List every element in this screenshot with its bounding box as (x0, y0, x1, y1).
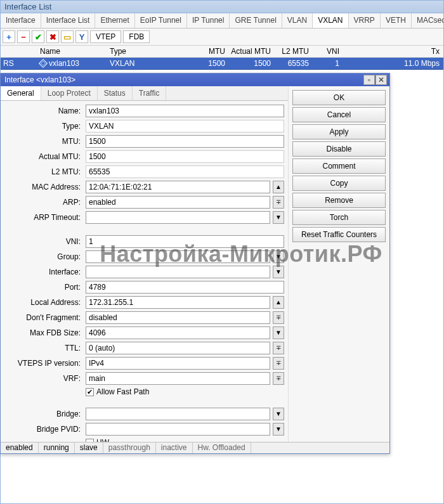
grid-header-vni[interactable]: VNI (311, 46, 342, 57)
tab-macsec[interactable]: MACsec (412, 13, 443, 28)
vni-label: VNI: (4, 237, 83, 246)
disable-icon[interactable]: ✖ (46, 30, 59, 43)
type-label: Type: (4, 122, 83, 131)
reset-traffic-counters-button[interactable]: Reset Traffic Counters (292, 227, 386, 242)
tab-vrrp[interactable]: VRRP (349, 13, 381, 28)
ttl-drop-icon[interactable]: ∓ (273, 342, 284, 354)
status-hw-offloaded: Hw. Offloaded (193, 443, 251, 453)
remove-icon[interactable]: − (17, 30, 30, 43)
afp-label: Allow Fast Path (96, 387, 149, 396)
dialog-tab-loop-protect[interactable]: Loop Protect (41, 86, 98, 100)
tab-interface[interactable]: Interface (1, 13, 41, 28)
disable-button[interactable]: Disable (292, 141, 386, 157)
comment-button[interactable]: Comment (292, 158, 386, 174)
mfdb-input[interactable] (86, 326, 270, 339)
bpvid-input[interactable] (86, 423, 270, 436)
vrf-input[interactable] (86, 372, 270, 385)
bridge-input[interactable] (86, 408, 270, 420)
dialog-tab-general[interactable]: General (1, 86, 41, 100)
close-icon[interactable]: ✕ (375, 75, 387, 85)
ok-button[interactable]: OK (292, 90, 386, 105)
dfrag-input[interactable] (86, 311, 270, 324)
vni-input[interactable] (86, 235, 284, 248)
amtu-input (86, 150, 284, 163)
mac-label: MAC Address: (4, 183, 83, 191)
dialog-buttons: OKCancelApplyDisableCommentCopyRemoveTor… (288, 86, 389, 453)
mac-input[interactable] (86, 181, 270, 193)
fdb-button[interactable]: FDB (123, 30, 150, 43)
arp-drop-icon[interactable]: ∓ (273, 196, 284, 209)
mtu-input[interactable] (86, 135, 284, 148)
vtepv-drop-icon[interactable]: ∓ (273, 357, 284, 370)
row-amtu: 1500 (228, 58, 273, 69)
add-icon[interactable]: + (3, 30, 15, 43)
dialog-statusbar: enabledrunningslavepassthroughinactiveHw… (1, 442, 389, 453)
restore-icon[interactable]: ▫ (363, 75, 375, 85)
vrf-drop-icon[interactable]: ∓ (273, 372, 284, 385)
grid-row[interactable]: RS vxlan103 VXLAN 1500 1500 65535 1 11.0… (1, 58, 443, 70)
group-input[interactable] (86, 250, 270, 263)
tab-interface-list[interactable]: Interface List (41, 13, 96, 28)
cancel-button[interactable]: Cancel (292, 107, 386, 122)
tab-vlan[interactable]: VLAN (282, 13, 313, 28)
port-label: Port: (4, 283, 83, 292)
grid-header-l2mtu[interactable]: L2 MTU (273, 46, 311, 57)
vtep-button[interactable]: VTEP (90, 30, 121, 43)
type-input (86, 120, 284, 132)
port-input[interactable] (86, 281, 284, 294)
bpvid-drop-icon[interactable]: ▼ (273, 423, 284, 436)
main-tabs: InterfaceInterface ListEthernetEoIP Tunn… (1, 13, 443, 29)
iface-input[interactable] (86, 266, 270, 278)
filter-icon[interactable]: Y (75, 30, 88, 43)
dialog-tab-status[interactable]: Status (98, 86, 133, 100)
interface-icon (39, 59, 48, 68)
grid-header-actual-mtu[interactable]: Actual MTU (228, 46, 273, 57)
tab-veth[interactable]: VETH (381, 13, 412, 28)
dialog-titlebar[interactable]: Interface <vxlan103> ▫ ✕ (1, 74, 389, 86)
grid-header-flag[interactable] (1, 46, 37, 57)
tab-ip-tunnel[interactable]: IP Tunnel (187, 13, 230, 28)
torch-button[interactable]: Torch (292, 210, 386, 225)
ttl-input[interactable] (86, 342, 270, 354)
copy-button[interactable]: Copy (292, 176, 386, 191)
grid-header-name[interactable]: Name (37, 46, 107, 57)
interface-dialog: Interface <vxlan103> ▫ ✕ GeneralLoop Pro… (0, 73, 390, 454)
mtu-label: MTU: (4, 137, 83, 146)
group-drop-icon[interactable]: ▼ (273, 250, 284, 263)
tab-ethernet[interactable]: Ethernet (95, 13, 134, 28)
laddr-input[interactable] (86, 296, 270, 309)
tab-gre-tunnel[interactable]: GRE Tunnel (230, 13, 282, 28)
grid-header-type[interactable]: Type (107, 46, 190, 57)
amtu-label: Actual MTU: (4, 152, 83, 161)
vtepv-input[interactable] (86, 357, 270, 370)
afp-checkbox[interactable]: ✔ (86, 388, 94, 396)
iface-drop-icon[interactable]: ▼ (273, 266, 284, 278)
row-name: vxlan103 (37, 58, 107, 69)
dialog-title: Interface <vxlan103> (4, 75, 75, 84)
tab-vxlan[interactable]: VXLAN (313, 13, 348, 29)
enable-icon[interactable]: ✔ (32, 30, 44, 43)
status-enabled: enabled (1, 443, 39, 453)
bpvid-label: Bridge PVID: (4, 425, 83, 434)
tab-eoip-tunnel[interactable]: EoIP Tunnel (135, 13, 187, 28)
mac-up-icon[interactable]: ▲ (273, 181, 284, 193)
group-label: Group: (4, 252, 83, 261)
arpto-input[interactable] (86, 211, 270, 224)
status-slave: slave (75, 443, 103, 453)
apply-button[interactable]: Apply (292, 124, 386, 139)
grid-header-tx[interactable]: Tx (342, 46, 443, 57)
row-flag: RS (1, 58, 37, 69)
grid-header-mtu[interactable]: MTU (190, 46, 228, 57)
laddr-up-icon[interactable]: ▲ (273, 296, 284, 309)
status-inactive: inactive (156, 443, 193, 453)
comment-icon[interactable]: ▭ (61, 30, 74, 43)
bridge-drop-icon[interactable]: ▼ (273, 408, 284, 420)
mfdb-drop-icon[interactable]: ▼ (273, 326, 284, 339)
arp-input[interactable] (86, 196, 270, 209)
dfrag-drop-icon[interactable]: ∓ (273, 311, 284, 324)
dialog-tab-traffic[interactable]: Traffic (133, 86, 167, 100)
name-input[interactable] (86, 105, 284, 117)
arpto-drop-icon[interactable]: ▼ (273, 211, 284, 224)
remove-button[interactable]: Remove (292, 193, 386, 208)
row-type: VXLAN (107, 58, 190, 69)
